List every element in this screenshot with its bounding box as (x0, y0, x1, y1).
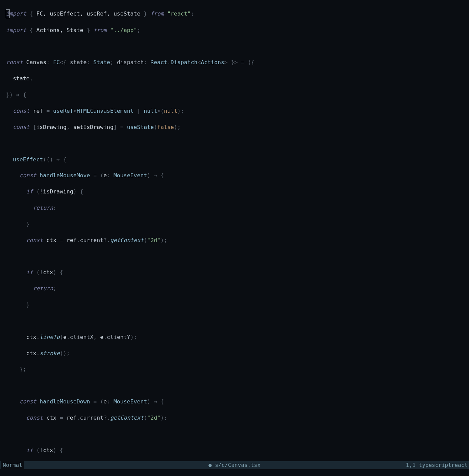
code-line (0, 430, 469, 438)
code-line: import { Actions, State } from "../app"; (0, 26, 469, 34)
code-line: const ctx = ref.current?.getContext("2d"… (0, 414, 469, 422)
code-line: state, (0, 75, 469, 83)
code-line: return; (0, 204, 469, 212)
code-line: if (!ctx) { (0, 268, 469, 276)
file-path: ● s/c/Canvas.tsx (208, 461, 261, 469)
modified-indicator-icon: ● (208, 462, 212, 468)
code-line: const ref = useRef<HTMLCanvasElement | n… (0, 107, 469, 115)
code-line: useEffect(() ⇒ { (0, 156, 469, 164)
code-line: if (!ctx) { (0, 446, 469, 454)
code-line: } (0, 301, 469, 309)
code-editor[interactable]: import { FC, useEffect, useRef, useState… (0, 0, 469, 476)
code-line: import { FC, useEffect, useRef, useState… (0, 9, 469, 18)
cursor-position: 1,1 typescriptreact (406, 461, 468, 469)
code-line: const handleMouseMove = (e: MouseEvent) … (0, 171, 469, 180)
code-line: }) ⇒ { (0, 91, 469, 99)
editor-mode: Normal (1, 461, 24, 469)
code-line: const ctx = ref.current?.getContext("2d"… (0, 236, 469, 244)
code-line (0, 139, 469, 148)
code-line: const Canvas: FC<{ state: State; dispatc… (0, 58, 469, 67)
filetype-label: typescriptreact (419, 462, 468, 468)
code-line (0, 317, 469, 325)
code-line: }; (0, 365, 469, 373)
code-line: ctx.stroke(); (0, 349, 469, 358)
code-line: ctx.lineTo(e.clientX, e.clientY); (0, 333, 469, 341)
status-bar: Normal ● s/c/Canvas.tsx 1,1 typescriptre… (0, 461, 469, 469)
code-line: } (0, 220, 469, 228)
code-line (0, 43, 469, 51)
code-line: if (!isDrawing) { (0, 188, 469, 196)
code-line (0, 253, 469, 261)
code-line: return; (0, 285, 469, 293)
code-line (0, 381, 469, 390)
code-line: const handleMouseDown = (e: MouseEvent) … (0, 398, 469, 406)
code-line: const [isDrawing, setIsDrawing] = useSta… (0, 123, 469, 131)
